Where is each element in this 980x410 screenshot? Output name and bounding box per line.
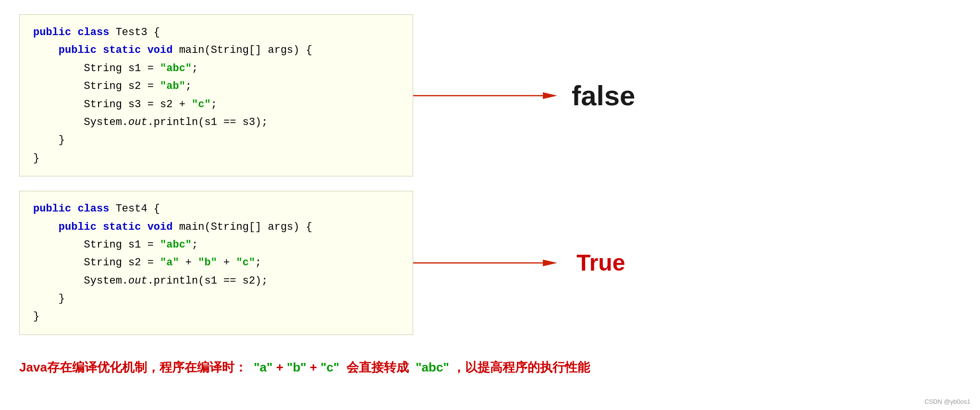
- arrow-container-2: [413, 256, 567, 270]
- svg-marker-1: [543, 92, 557, 99]
- code-block-2: public class Test4 { public static void …: [19, 191, 413, 335]
- code-line-2-6: }: [33, 290, 399, 308]
- code-line-2-5: System.out.println(s1 == s2);: [33, 272, 399, 290]
- note-str-abc: "abc": [416, 360, 449, 374]
- bottom-note: Java存在编译优化机制，程序在编译时： "a" + "b" + "c" 会直接…: [19, 359, 961, 376]
- code-line-1-1: public class Test3 {: [33, 24, 399, 41]
- arrow-svg-2: [413, 256, 557, 270]
- code-line-1-3: String s1 = "abc";: [33, 60, 399, 77]
- code-result-row-2: public class Test4 { public static void …: [19, 191, 961, 335]
- watermark: CSDN @yb0os1: [924, 398, 970, 405]
- arrow-line-1: [413, 88, 567, 103]
- note-str-b: "b": [287, 360, 306, 374]
- code-line-2-7: }: [33, 308, 399, 325]
- code-line-2-3: String s1 = "abc";: [33, 236, 399, 254]
- code-line-1-8: }: [33, 149, 399, 167]
- code-line-1-6: System.out.println(s1 == s3);: [33, 113, 399, 131]
- code-line-2-4: String s2 = "a" + "b" + "c";: [33, 254, 399, 272]
- code-result-row-1: public class Test3 { public static void …: [19, 14, 961, 176]
- arrow-container-1: [413, 88, 567, 103]
- code-line-2-2: public static void main(String[] args) {: [33, 218, 399, 236]
- arrow-line-2: [413, 256, 567, 270]
- code-line-1-7: }: [33, 131, 399, 149]
- code-line-1-5: String s3 = s2 + "c";: [33, 96, 399, 113]
- note-str-c: "c": [320, 360, 339, 374]
- page-container: public class Test3 { public static void …: [19, 14, 961, 376]
- code-line-2-1: public class Test4 {: [33, 200, 399, 218]
- svg-marker-3: [543, 260, 557, 266]
- note-str-a: "a": [254, 360, 272, 374]
- code-block-1: public class Test3 { public static void …: [19, 14, 413, 176]
- arrow-svg-1: [413, 88, 557, 103]
- code-line-1-4: String s2 = "ab";: [33, 77, 399, 95]
- result-area-true: True: [572, 249, 634, 276]
- result-false: false: [572, 79, 668, 112]
- code-line-1-2: public static void main(String[] args) {: [33, 41, 399, 59]
- result-true: True: [576, 249, 634, 276]
